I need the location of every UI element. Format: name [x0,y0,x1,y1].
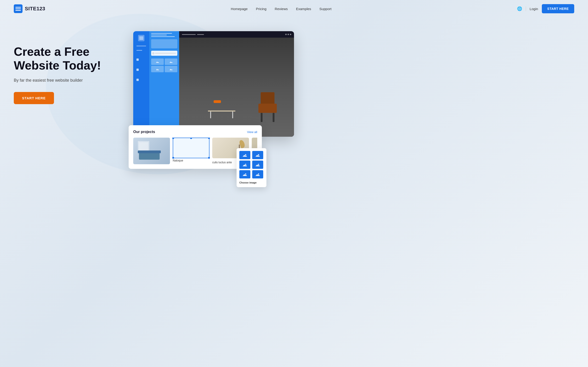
panel-line-3 [151,36,175,37]
choose-image-popup: Choose image [237,148,267,187]
popup-img-icon-3 [242,163,247,166]
corner-bl [172,157,174,159]
dot-2 [288,34,289,35]
choose-image-label: Choose image [239,181,257,184]
logo[interactable]: SITE123 [14,4,45,13]
popup-img-icon-2 [255,153,260,157]
popup-sun-3 [245,164,246,165]
tb-line-1 [182,34,196,35]
room-chair [258,99,277,122]
dot-3 [290,34,291,35]
panel-line-2 [151,35,167,35]
sidebar-row-5 [136,78,147,82]
popup-img-btn-4[interactable] [252,161,263,169]
login-link[interactable]: Login [530,7,538,11]
logo-text: SITE123 [25,6,45,12]
nav-right: 🌐 Login START HERE [517,4,574,13]
nav-divider [526,6,526,11]
panel-line-1 [151,33,172,34]
preview-image [179,38,294,137]
website-preview [179,31,294,137]
popup-img-icon-6 [255,173,260,176]
search-icon [153,52,154,54]
room-table [208,110,235,111]
main-content: Create a Free Website Today! By far the … [0,17,588,366]
sidebar-logo-icon [138,35,145,41]
nav-examples[interactable]: Examples [296,7,311,11]
projects-title: Our projects [133,130,155,134]
editor-mockup [133,31,294,137]
sidebar-line-short [137,50,142,51]
popup-img-btn-3[interactable] [239,161,250,169]
main-nav: Homepage Pricing Reviews Examples Suppor… [231,7,331,11]
img-thumb-2[interactable] [165,58,177,65]
sidebar-dot [137,58,139,61]
nav-reviews[interactable]: Reviews [275,7,288,11]
sidebar-row-3 [136,58,147,61]
project-thumb-1 [133,138,170,164]
corner-br [208,157,210,159]
tb-line-2 [197,34,204,35]
hero-subtitle: By far the easiest free website builder [14,78,110,83]
sidebar-dot-3 [137,79,139,81]
orange-btn-preview [214,100,221,103]
sidebar-dot-2 [137,69,139,71]
search-line [155,53,176,53]
room-background [179,38,294,137]
sofa [139,153,160,160]
popup-img-btn-2[interactable] [252,151,263,159]
popup-sun-2 [258,154,259,155]
popup-sun-1 [245,154,246,155]
corner-tr [208,138,210,139]
globe-icon[interactable]: 🌐 [517,6,522,11]
img-thumb-4[interactable] [165,66,177,72]
start-here-button-nav[interactable]: START HERE [542,4,574,13]
view-all-link[interactable]: View all [247,130,257,134]
popup-sun-6 [258,173,259,175]
img-thumb-icon-3 [156,68,159,70]
popup-img-icon-4 [255,163,260,166]
img-thumb-1[interactable] [151,58,164,65]
corner-tl [172,138,174,139]
panel-blue-box [151,39,177,48]
project-thumb-2 [173,138,209,158]
img-thumb-icon-2 [170,60,173,63]
sidebar-row-1 [136,45,147,47]
dot-1 [285,34,287,35]
header: SITE123 Homepage Pricing Reviews Example… [0,0,588,17]
popup-img-icon-1 [242,153,247,157]
hero-title: Create a Free Website Today! [14,45,110,73]
img-thumb-icon-1 [156,60,159,63]
img-grid [151,58,177,72]
start-here-button-main[interactable]: START HERE [14,92,54,104]
nav-homepage[interactable]: Homepage [231,7,248,11]
corner-tm [190,138,192,139]
nav-pricing[interactable]: Pricing [256,7,267,11]
img-thumb-icon-4 [170,68,173,70]
popup-img-btn-1[interactable] [239,151,250,159]
img-thumb-3[interactable] [151,66,164,72]
top-bar-lines [182,34,204,35]
popup-img-btn-5[interactable] [239,170,250,178]
popup-img-btn-6[interactable] [252,170,263,178]
editor-sidebar [133,31,149,137]
project-item-1[interactable]: Phasellus commodo [133,138,170,164]
projects-header: Our projects View all [133,130,257,134]
right-panel: Our projects View all Phasellus commodo [120,31,574,160]
left-panel: Create a Free Website Today! By far the … [14,31,110,104]
sidebar-line [137,46,146,46]
panel-search[interactable] [151,51,177,56]
nav-support[interactable]: Support [320,7,332,11]
chair-leg-right [273,113,275,122]
projects-card: Our projects View all Phasellus commodo [129,125,262,169]
logo-icon [14,4,23,13]
three-dots [285,34,291,35]
preview-top-bar [179,31,294,38]
chair-seat [258,104,277,113]
project-item-2[interactable]: Natoque [173,138,209,164]
project-label-3: culis luctus ante [212,161,232,164]
sidebar-row-2 [136,49,147,51]
sidebar-items [136,45,147,82]
chair-leg-left [261,113,262,122]
panel-header-lines [151,33,177,37]
